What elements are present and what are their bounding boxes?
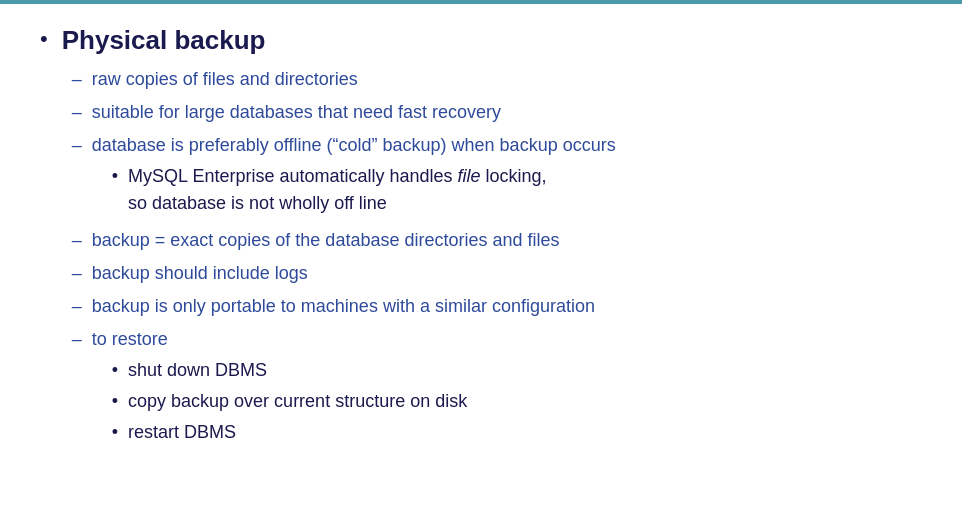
nested-bullet-icon: • (112, 419, 118, 446)
nested-item-restart-text: restart DBMS (128, 419, 616, 446)
nested-list-restore: • shut down DBMS • copy backup over curr… (92, 357, 616, 446)
content-area: • Physical backup – raw copies of files … (20, 14, 942, 482)
nested-item-copy: • copy backup over current structure on … (112, 388, 616, 415)
main-bullet-item: • Physical backup – raw copies of files … (40, 24, 922, 456)
nested-item-copy-text: copy backup over current structure on di… (128, 388, 616, 415)
nested-item-shutdown: • shut down DBMS (112, 357, 616, 384)
dash-icon: – (72, 99, 82, 126)
nested-bullet-icon: • (112, 388, 118, 415)
dash-icon: – (72, 66, 82, 93)
dash-icon: – (72, 293, 82, 320)
dash-icon: – (72, 132, 82, 159)
sub-item-restore-text: to restore (92, 329, 168, 349)
nested-item-shutdown-text: shut down DBMS (128, 357, 616, 384)
dash-icon: – (72, 326, 82, 353)
sub-item-restore-content: to restore • shut down DBMS • copy backu… (92, 326, 616, 450)
nested-bullet-icon: • (112, 357, 118, 384)
main-bullet-content: Physical backup – raw copies of files an… (62, 24, 616, 456)
sub-item-offline: – database is preferably offline (“cold”… (72, 132, 616, 221)
sub-item-logs-text: backup should include logs (92, 260, 616, 287)
sub-item-raw-copies: – raw copies of files and directories (72, 66, 616, 93)
nested-bullet-icon: • (112, 163, 118, 190)
sub-items-list: – raw copies of files and directories – … (62, 66, 616, 450)
nested-item-restart: • restart DBMS (112, 419, 616, 446)
nested-item-mysql: • MySQL Enterprise automatically handles… (112, 163, 616, 217)
sub-item-restore: – to restore • shut down DBMS • copy bac… (72, 326, 616, 450)
nested-item-mysql-text: MySQL Enterprise automatically handles f… (128, 163, 616, 217)
main-bullet-title: Physical backup (62, 25, 266, 55)
main-bullet-symbol: • (40, 26, 48, 52)
sub-item-offline-text: database is preferably offline (“cold” b… (92, 135, 616, 155)
sub-item-exact-copies-text: backup = exact copies of the database di… (92, 227, 616, 254)
nested-list-offline: • MySQL Enterprise automatically handles… (92, 163, 616, 217)
sub-item-portable-text: backup is only portable to machines with… (92, 293, 616, 320)
dash-icon: – (72, 227, 82, 254)
sub-item-exact-copies: – backup = exact copies of the database … (72, 227, 616, 254)
dash-icon: – (72, 260, 82, 287)
sub-item-offline-content: database is preferably offline (“cold” b… (92, 132, 616, 221)
sub-item-suitable: – suitable for large databases that need… (72, 99, 616, 126)
sub-item-portable: – backup is only portable to machines wi… (72, 293, 616, 320)
sub-item-logs: – backup should include logs (72, 260, 616, 287)
sub-item-suitable-text: suitable for large databases that need f… (92, 99, 616, 126)
sub-item-raw-copies-text: raw copies of files and directories (92, 66, 616, 93)
